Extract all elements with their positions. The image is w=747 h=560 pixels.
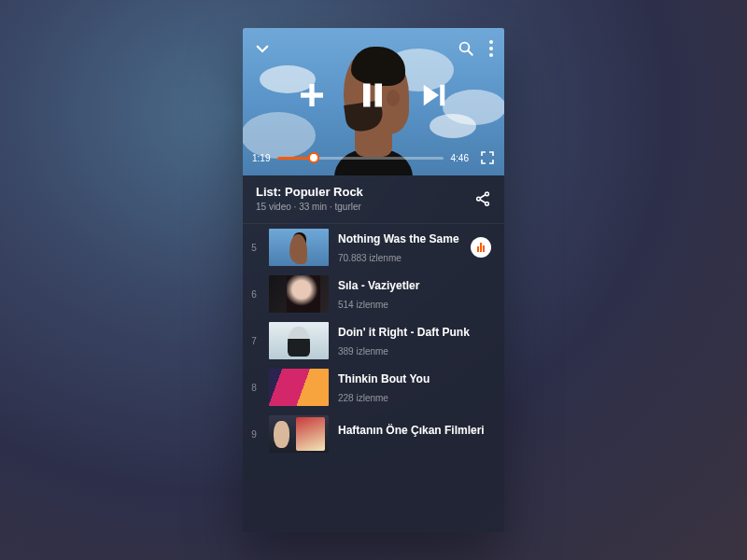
track-title: Sıla - Vaziyetler (338, 279, 491, 292)
svg-rect-8 (375, 84, 383, 107)
playlist-meta: 15 video · 33 min · tgurler (256, 202, 363, 212)
svg-rect-6 (301, 92, 323, 97)
svg-rect-10 (440, 85, 444, 106)
list-item[interactable]: 6 Sıla - Vaziyetler 514 izlenme (243, 271, 504, 317)
pause-button[interactable] (359, 79, 387, 111)
search-icon[interactable] (458, 40, 474, 57)
track-title: Doin' it Right - Daft Punk (338, 326, 491, 339)
track-thumbnail (269, 415, 329, 453)
playlist-header: List: Populer Rock 15 video · 33 min · t… (243, 175, 504, 224)
track-thumbnail (269, 369, 329, 406)
list-item[interactable]: 9 Haftanın Öne Çıkan Filmleri (243, 411, 504, 457)
track-views: 228 izlenme (338, 393, 491, 403)
progress-thumb[interactable] (308, 152, 319, 163)
collapse-icon[interactable] (254, 40, 271, 57)
track-title: Thinkin Bout You (338, 372, 491, 385)
track-title: Nothing Was the Same (338, 232, 461, 245)
fullscreen-icon[interactable] (480, 150, 495, 165)
track-index: 8 (248, 383, 260, 393)
time-total: 4:46 (451, 153, 469, 163)
track-thumbnail (269, 229, 329, 266)
playlist: 5 Nothing Was the Same 70.883 izlenme 6 … (243, 224, 504, 532)
list-item[interactable]: 7 Doin' it Right - Daft Punk 389 izlenme (243, 317, 504, 364)
svg-line-14 (480, 194, 486, 198)
time-elapsed: 1:19 (252, 153, 270, 163)
track-index: 9 (248, 429, 260, 440)
track-thumbnail (269, 322, 329, 359)
add-button[interactable] (297, 80, 327, 110)
track-views: 389 izlenme (338, 346, 491, 357)
svg-point-2 (489, 40, 493, 44)
list-item[interactable]: 8 Thinkin Bout You 228 izlenme (243, 364, 504, 411)
list-item[interactable]: 5 Nothing Was the Same 70.883 izlenme (243, 224, 504, 271)
track-index: 7 (248, 336, 260, 346)
svg-point-3 (489, 47, 493, 50)
video-player[interactable]: 1:19 4:46 (243, 28, 504, 175)
track-title: Haftanın Öne Çıkan Filmleri (338, 424, 491, 437)
track-thumbnail (269, 275, 329, 313)
next-button[interactable] (418, 81, 450, 109)
now-playing-icon (471, 237, 491, 258)
svg-line-1 (468, 50, 472, 55)
track-views: 70.883 izlenme (338, 253, 461, 263)
track-index: 6 (248, 289, 260, 300)
share-icon[interactable] (474, 190, 491, 207)
playback-controls (243, 79, 504, 111)
seek-bar: 1:19 4:46 (243, 147, 504, 168)
svg-line-15 (480, 199, 486, 203)
player-top-bar (243, 35, 504, 62)
playlist-title: List: Populer Rock (256, 185, 363, 199)
svg-rect-7 (363, 84, 371, 107)
more-icon[interactable] (489, 40, 493, 57)
track-views: 514 izlenme (338, 300, 491, 310)
music-player-app: 1:19 4:46 List: Populer Rock 15 video · … (243, 28, 504, 532)
svg-point-4 (489, 53, 493, 57)
progress-track[interactable] (277, 157, 443, 160)
svg-marker-9 (424, 85, 439, 106)
track-index: 5 (248, 243, 260, 253)
